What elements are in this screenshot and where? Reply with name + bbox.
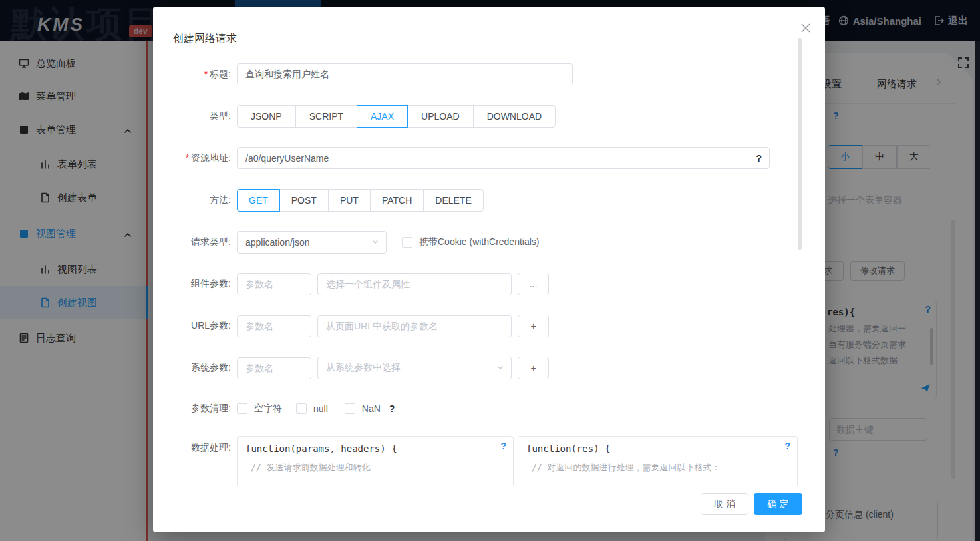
field-row-title: *标题: <box>153 63 573 85</box>
system-param-select[interactable]: 从系统参数中选择 <box>317 357 512 379</box>
chevron-down-icon <box>496 363 504 373</box>
type-ajax-button[interactable]: AJAX <box>357 105 408 128</box>
field-label-text: 数据处理: <box>191 442 231 452</box>
field-label-text: 方法: <box>210 194 231 205</box>
type-jsonp-button[interactable]: JSONP <box>237 105 296 128</box>
request-code-editor[interactable]: function(params, headers) { // 发送请求前数据处理… <box>237 436 514 486</box>
url-param-add-button[interactable]: + <box>518 315 549 337</box>
field-row-data-process: 数据处理: function(params, headers) { // 发送请… <box>153 436 798 486</box>
confirm-button[interactable]: 确 定 <box>754 493 802 515</box>
required-asterisk: * <box>204 69 208 79</box>
clean-null-checkbox[interactable] <box>296 403 307 414</box>
field-label-text: 参数清理: <box>191 403 231 413</box>
field-label: 系统参数: <box>153 362 237 374</box>
required-asterisk: * <box>186 152 189 163</box>
clean-null-label: null <box>313 403 328 414</box>
url-param-value-input[interactable] <box>317 315 512 337</box>
field-row-component-param: 组件参数: ... <box>153 273 549 295</box>
field-label: 数据处理: <box>153 442 237 454</box>
field-label: 方法: <box>153 194 237 206</box>
field-label-text: 标题: <box>210 69 231 79</box>
close-icon[interactable] <box>800 22 812 34</box>
help-icon[interactable]: ? <box>756 153 762 164</box>
help-icon[interactable]: ? <box>389 403 395 414</box>
field-label: URL参数: <box>153 320 237 332</box>
method-patch-button[interactable]: PATCH <box>370 189 424 212</box>
type-download-button[interactable]: DOWNLOAD <box>473 105 556 128</box>
field-label: *标题: <box>153 69 237 81</box>
field-label-text: URL参数: <box>191 320 231 331</box>
field-label-text: 系统参数: <box>191 362 231 373</box>
component-param-value-input[interactable] <box>317 273 512 295</box>
url-input-wrap: ? <box>237 147 770 169</box>
modal-scrollbar[interactable] <box>798 38 802 250</box>
help-icon[interactable]: ? <box>784 441 790 451</box>
response-code-editor[interactable]: function(res) { // 对返回的数据进行处理，需要返回以下格式： … <box>518 436 798 486</box>
field-row-url-param: URL参数: + <box>153 315 549 337</box>
with-credentials-label: 携带Cookie (withCredentials) <box>419 236 540 248</box>
code-line: function(params, headers) { <box>245 443 397 454</box>
cancel-button[interactable]: 取 消 <box>701 493 748 515</box>
method-delete-button[interactable]: DELETE <box>423 189 483 212</box>
code-line: function(res) { <box>526 443 610 454</box>
component-param-name-input[interactable] <box>237 273 311 295</box>
content-type-select[interactable]: application/json <box>237 231 387 254</box>
clean-empty-label: 空字符 <box>254 403 282 415</box>
field-label-text: 组件参数: <box>191 278 231 289</box>
code-comment: // 发送请求前数据处理和转化 <box>251 462 370 474</box>
url-input[interactable] <box>237 147 770 169</box>
field-label: 类型: <box>153 110 237 122</box>
field-label: *资源地址: <box>153 152 237 164</box>
field-label: 组件参数: <box>153 278 237 290</box>
component-param-more-button[interactable]: ... <box>518 273 549 295</box>
modal-title: 创建网络请求 <box>173 32 237 46</box>
url-param-name-input[interactable] <box>237 315 311 337</box>
code-comment: // 对返回的数据进行处理，需要返回以下格式： <box>532 462 720 474</box>
field-row-system-param: 系统参数: 从系统参数中选择 + <box>153 357 549 379</box>
system-param-add-button[interactable]: + <box>518 357 549 379</box>
clean-nan-label: NaN <box>362 403 381 414</box>
content-type-value: application/json <box>245 237 310 248</box>
help-icon[interactable]: ? <box>500 441 506 451</box>
field-label-text: 请求类型: <box>191 236 231 247</box>
system-param-name-input[interactable] <box>237 357 311 379</box>
type-upload-button[interactable]: UPLOAD <box>407 105 474 128</box>
method-get-button[interactable]: GET <box>237 189 280 212</box>
title-input[interactable] <box>237 63 573 85</box>
system-param-placeholder: 从系统参数中选择 <box>326 362 401 374</box>
method-button-group: GET POST PUT PATCH DELETE <box>237 189 484 212</box>
field-row-type: 类型: JSONP SCRIPT AJAX UPLOAD DOWNLOAD <box>153 105 556 128</box>
field-label: 请求类型: <box>153 236 237 248</box>
method-post-button[interactable]: POST <box>279 189 329 212</box>
create-network-request-modal: 创建网络请求 *标题: 类型: JSONP SCRIPT AJAX UPLOAD… <box>153 7 825 532</box>
field-label-text: 资源地址: <box>191 152 231 163</box>
clean-empty-checkbox[interactable] <box>237 403 247 414</box>
field-row-method: 方法: GET POST PUT PATCH DELETE <box>153 189 484 212</box>
chevron-down-icon <box>371 237 379 248</box>
field-label: 参数清理: <box>153 403 237 415</box>
method-put-button[interactable]: PUT <box>328 189 371 212</box>
with-credentials-checkbox[interactable] <box>402 237 412 248</box>
clean-nan-checkbox[interactable] <box>345 403 355 414</box>
field-row-param-clean: 参数清理: 空字符 null NaN ? <box>153 401 395 417</box>
type-button-group: JSONP SCRIPT AJAX UPLOAD DOWNLOAD <box>237 105 556 128</box>
field-row-url: *资源地址: ? <box>153 147 770 169</box>
field-row-content-type: 请求类型: application/json 携带Cookie (withCre… <box>153 231 540 254</box>
type-script-button[interactable]: SCRIPT <box>295 105 357 128</box>
field-label-text: 类型: <box>210 110 231 121</box>
